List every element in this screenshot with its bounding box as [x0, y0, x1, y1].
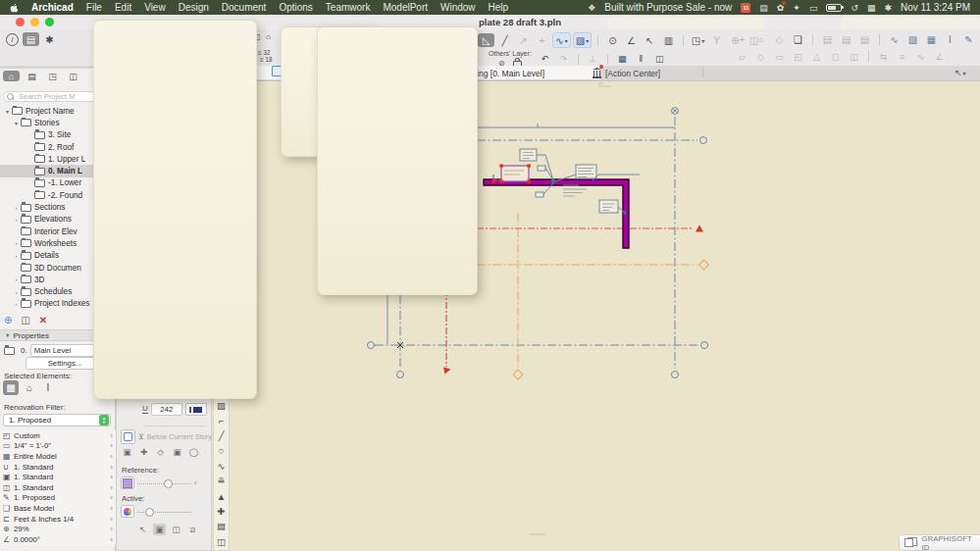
layout-icon-3[interactable]: ▤	[856, 32, 873, 46]
cursor-mode-dropdown[interactable]: ↖▾	[954, 68, 966, 77]
align-middle-icon[interactable]: △	[808, 51, 825, 62]
snap-point-icon[interactable]: +	[534, 33, 550, 47]
dimension-dropdown-button[interactable]: ∿▾	[552, 32, 571, 48]
fill-tool-icon[interactable]: ▨	[217, 398, 226, 413]
order-icon[interactable]: ≡	[894, 51, 910, 62]
hotspot-tool-icon[interactable]: ✚	[218, 504, 226, 519]
quick-option-model-view[interactable]: ◰Custom›	[0, 430, 116, 441]
pen-color-button[interactable]	[185, 403, 207, 416]
open-viewpoint-icon[interactable]: ◫	[21, 315, 29, 326]
menu-archicad[interactable]: Archicad	[31, 2, 74, 13]
accessibility-icon[interactable]: ✦	[793, 3, 800, 13]
pinwheel-icon[interactable]: ✿	[777, 3, 785, 13]
rotate-reference-icon[interactable]: ◇	[154, 446, 167, 458]
line-tool-icon[interactable]: ╱	[219, 428, 225, 443]
selected-wall[interactable]	[484, 179, 629, 248]
menu-window[interactable]: Window	[440, 2, 476, 13]
zoom-window-button[interactable]	[45, 18, 54, 26]
guide-line-button[interactable]: ╱	[496, 33, 513, 47]
schedule-grid-icon[interactable]: ▦	[614, 54, 631, 65]
display-icon[interactable]: ▭	[809, 3, 818, 13]
circle-tool-icon[interactable]: ○	[219, 443, 225, 458]
quick-option-layer-combination[interactable]: ▣1. Standard›	[0, 472, 116, 482]
quick-option-renovation[interactable]: ✎1. Proposed›	[0, 493, 116, 504]
menu-options[interactable]: Options	[279, 2, 312, 13]
reference-below-icon[interactable]: ◫	[170, 524, 182, 535]
view-map-tab[interactable]: ▤	[24, 71, 40, 81]
quick-option-pen-set[interactable]: ∪1. Standard›	[0, 462, 116, 473]
pick-up-parameters-button[interactable]: ↖	[642, 33, 658, 47]
timer-reference-icon[interactable]: ◯	[187, 446, 200, 458]
pen-number-field[interactable]: 242	[151, 403, 182, 416]
mesh-tool-icon[interactable]: ∿	[886, 32, 903, 46]
close-window-button[interactable]	[16, 18, 25, 26]
trace-toggle-checkbox[interactable]	[121, 429, 135, 444]
quick-option-orientation[interactable]: ∠0.0000°›	[0, 534, 116, 545]
graphisoft-id-bar[interactable]: | GRAPHISOFT ID	[899, 534, 980, 551]
stair-tool-icon[interactable]: ≞	[218, 474, 226, 488]
publisher-tab[interactable]: ◫	[65, 71, 81, 81]
align-story-icon[interactable]: ⊥	[585, 54, 601, 65]
organizer-icon[interactable]: ✱	[41, 32, 58, 46]
align-top-icon[interactable]: ◰	[790, 51, 806, 62]
project-map-tab[interactable]: ⌂	[3, 71, 20, 81]
delete-viewpoint-icon[interactable]: ✕	[39, 315, 47, 326]
keyboard-icon[interactable]: ▦	[867, 3, 876, 13]
align-bottom-icon[interactable]: ◻	[827, 51, 844, 62]
camera-tool-icon[interactable]: ◫	[217, 534, 226, 549]
marquee-select-button[interactable]: ❑	[790, 32, 806, 46]
swap-reference-icon[interactable]: ▣	[121, 446, 133, 458]
drag-icon[interactable]: +	[734, 32, 750, 46]
minimize-window-button[interactable]	[30, 18, 39, 26]
floating-palette-3[interactable]	[317, 26, 478, 295]
3d-view-dropdown-button[interactable]: ◳▾	[690, 33, 706, 47]
element-print-button[interactable]: ⌂	[22, 380, 37, 395]
reference-opacity-slider[interactable]	[137, 479, 191, 487]
menu-help[interactable]: Help	[489, 2, 509, 13]
time-machine-icon[interactable]: ↺	[851, 3, 858, 13]
settings-button[interactable]: Settings...	[26, 357, 104, 370]
element-profile-button[interactable]: I	[40, 380, 56, 395]
menu-view[interactable]: View	[144, 2, 166, 13]
selected-window-element[interactable]	[491, 164, 530, 182]
distribute-icon[interactable]: ◫	[846, 51, 862, 62]
columns-view-icon[interactable]: ‖	[633, 54, 649, 65]
brush-tool-icon[interactable]: ✎	[960, 32, 977, 46]
angle-measure-button[interactable]: ∠	[623, 33, 640, 47]
spline-order-icon[interactable]: ∿	[912, 51, 929, 62]
overlay-reference-icon[interactable]: ▣	[171, 446, 183, 458]
menu-clock[interactable]: Nov 11 3:24 PM	[901, 2, 970, 13]
reference-color-swatch[interactable]	[121, 476, 134, 489]
dropbox-icon[interactable]: ❖	[588, 3, 595, 13]
add-viewpoint-icon[interactable]: ⊕	[4, 315, 12, 326]
menu-file[interactable]: File	[86, 2, 102, 13]
action-center-button[interactable]: [Action Center]	[593, 68, 660, 78]
contacts-icon[interactable]: ▤	[759, 3, 768, 13]
undo-icon[interactable]: ↶	[537, 54, 553, 65]
reference-above-icon[interactable]: ▣	[153, 524, 166, 535]
layout-icon-1[interactable]: ▤	[819, 32, 836, 46]
ghost-cursor-icon[interactable]: ↖	[136, 524, 149, 535]
level-marker-tool-icon[interactable]: ▲	[217, 488, 226, 503]
align-left-icon[interactable]: ▱	[734, 51, 750, 62]
door-swing-icon[interactable]: ◫	[651, 54, 668, 65]
quick-option-structure-display[interactable]: ▦Entire Model›	[0, 451, 116, 462]
menu-modelport[interactable]: ModelPort	[383, 2, 428, 13]
column-tool-icon[interactable]: I	[942, 32, 958, 46]
walkthrough-icon[interactable]: Y	[708, 33, 725, 47]
move-reference-icon[interactable]: ✚	[137, 446, 150, 458]
reference-layers-icon[interactable]: ⧄	[186, 524, 199, 535]
menu-document[interactable]: Document	[222, 2, 267, 13]
menu-edit[interactable]: Edit	[115, 2, 131, 13]
cabinet-tool-button[interactable]: ▥	[660, 33, 677, 47]
redo-icon[interactable]: ↷	[555, 54, 572, 65]
rotate-view-button[interactable]: ⊙	[604, 33, 621, 47]
quick-option-base-model[interactable]: ❑Base Model›	[0, 503, 116, 514]
polyline-tool-icon[interactable]: ⌐	[219, 413, 225, 427]
mirror-icon[interactable]: ◇	[771, 32, 788, 46]
layout-book-tab[interactable]: ◳	[44, 71, 61, 81]
rotate-icon[interactable]: ○	[752, 32, 769, 46]
align-center-icon[interactable]: ◇	[752, 51, 769, 62]
measure-tool-button[interactable]: ◺	[478, 33, 494, 47]
battery-icon[interactable]	[826, 4, 842, 12]
